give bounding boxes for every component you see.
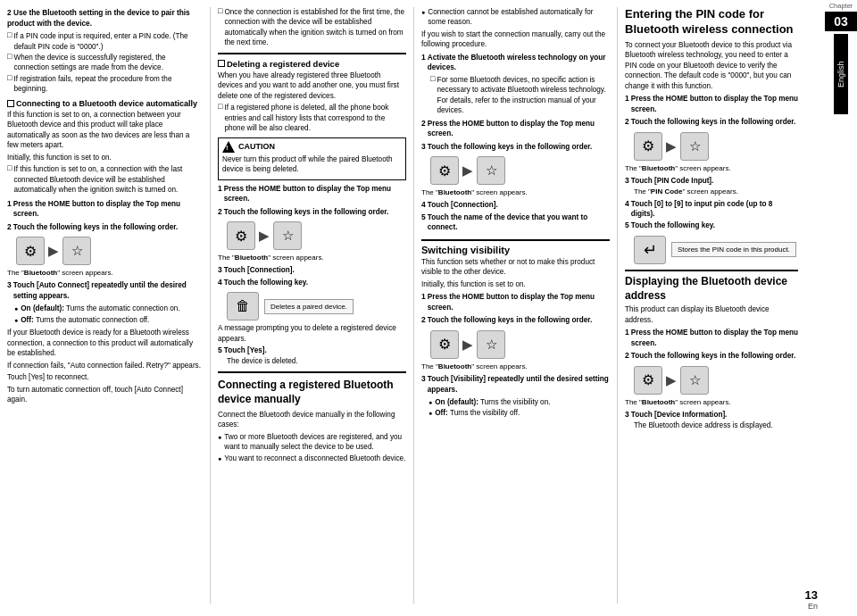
col2-trash-icon: 🗑 (227, 292, 259, 320)
col4-step2: 2 Touch the following keys in the follow… (625, 117, 798, 127)
col1-turn-off: To turn automatic connection off, touch … (7, 385, 203, 405)
col1-icon-row: ⚙ ▶ ☆ (16, 237, 203, 265)
col3-off-desc: Turns the visibility off. (450, 409, 520, 417)
col1-fail-msg: If connection fails, "Auto connection fa… (7, 361, 203, 370)
col1-step2-text: Touch the following keys in the followin… (13, 222, 179, 232)
col3-vis-step3-text: Touch [Visibility] repeatedly until the … (428, 374, 610, 395)
col1-touch-yes: Touch [Yes] to reconnect. (7, 372, 203, 382)
col4-step2-num: 2 (625, 117, 629, 126)
col4-addr-bluetooth-icon: ☆ (680, 366, 709, 395)
col1-step2-num: 2 (7, 222, 12, 231)
col1-arrow-icon: ▶ (48, 243, 59, 259)
col2-bluetooth-screen: The "Bluetooth" screen appears. (218, 253, 406, 262)
col3-bluetooth-icon: ☆ (477, 156, 505, 185)
col4-pin-code-screen: The "PIN Code" screen appears. (634, 187, 798, 196)
col2-step1-text: Press the HOME button to display the Top… (224, 184, 406, 204)
col1-bluetooth-screen: The "Bluetooth" screen appears. (7, 268, 203, 278)
col3-bluetooth-screen: The "Bluetooth" screen appears. (421, 187, 610, 197)
col4-addr-icon-row: ⚙ ▶ ☆ (634, 366, 798, 395)
col2-arrow-icon: ▶ (259, 228, 270, 244)
col4-addr-step3: 3 Touch [Device Information]. (625, 410, 798, 420)
col3-step1-num: 1 (421, 53, 426, 62)
col2-case1-text: Two or more Bluetooth devices are regist… (224, 432, 406, 453)
col2-step2-text: Touch the following keys in the followin… (224, 207, 389, 217)
col1-pin-note: If a PIN code input is required, enter a… (7, 31, 203, 52)
col4-addr-arrow-icon: ▶ (666, 372, 677, 388)
col4-divider (625, 270, 798, 271)
col3-note1: For some Bluetooth devices, no specific … (430, 75, 610, 116)
col1-step3-text: Touch [Auto Connect] repeatedly until th… (13, 280, 203, 301)
col2-connection-note: Once the connection is established for t… (218, 7, 406, 48)
col1-off-text: Off: Turns the automatic connection off. (21, 315, 149, 325)
col4-step1-text: Press the HOME button to display the Top… (631, 94, 798, 114)
col2-device-deleted: The device is deleted. (227, 356, 406, 366)
col3-step2: 2 Press the HOME button to display the T… (421, 119, 610, 139)
col2-icon-row: ⚙ ▶ ☆ (227, 221, 406, 250)
col3-on-label: On (default): (435, 398, 478, 406)
col3-manual-intro: If you wish to start the connection manu… (421, 29, 610, 50)
col4-pin-bluetooth-icon: ☆ (680, 132, 709, 161)
col2-step4-text: Touch the following key. (224, 278, 308, 287)
col2-msg-text: A message prompting you to delete a regi… (218, 323, 406, 344)
col4-addr-step3-text: Touch [Device Information]. (631, 410, 728, 420)
col1-step2: 2 Touch the following keys in the follow… (7, 222, 203, 232)
col3-visibility-desc: This function sets whether or not to mak… (421, 257, 610, 278)
col3-icon-row: ⚙ ▶ ☆ (430, 156, 610, 185)
col4-step5-text: Touch the following key. (631, 221, 715, 230)
col3-on-desc: Turns the visibility on. (480, 398, 550, 406)
col1-on-text: On (default): Turns the automatic connec… (21, 304, 179, 313)
col2-step5-text: Touch [Yes]. (224, 345, 267, 355)
col4-step3-text: Touch [PIN Code Input]. (631, 176, 714, 186)
col1-on-off: ● On (default): Turns the automatic conn… (14, 304, 203, 325)
col3-gear-icon: ⚙ (430, 156, 459, 185)
col1-connecting-title: Connecting to a Bluetooth device automat… (16, 99, 197, 108)
column-3: ● Connection cannot be established autom… (414, 7, 618, 604)
col2-caution-title: CAUTION (238, 142, 275, 151)
col2-delete-note: If a registered phone is deleted, all th… (218, 103, 406, 133)
col4-addr-step2: 2 Touch the following keys in the follow… (625, 351, 798, 361)
col3-step1-text: Activate the Bluetooth wireless technolo… (428, 53, 610, 73)
col4-step1-num: 1 (625, 94, 629, 103)
col1-ready-note: If your Bluetooth device is ready for a … (7, 328, 203, 358)
col3-vis-on-off: ● On (default): Turns the visibility on.… (428, 397, 610, 419)
col3-vis-step2-text: Touch the following keys in the followin… (428, 315, 593, 325)
col4-address-title: Displaying the Bluetooth device address (625, 275, 798, 303)
col4-step3-num: 3 (625, 176, 629, 185)
col1-register-note: When the device is successfully register… (7, 53, 203, 73)
col1-heading: 2 Use the Bluetooth setting in the devic… (7, 7, 203, 29)
col2-step5-num: 5 (218, 345, 222, 354)
col1-off-bullet: ● (14, 317, 18, 323)
col3-cannot-text: Connection cannot be established automat… (428, 7, 610, 28)
col4-step4: 4 Touch [0] to [9] to input pin code (up… (625, 199, 798, 220)
col3-step2-num: 2 (421, 119, 426, 128)
col4-addr-step1-num: 1 (625, 328, 629, 337)
col3-divider (421, 239, 610, 241)
col2-step1: 1 Press the HOME button to display the T… (218, 184, 406, 204)
col4-enter-icon: ↵ (634, 236, 666, 264)
col4-addr-step3-num: 3 (625, 410, 629, 419)
chapter-indicator: Chapter 03 English (825, 0, 857, 114)
col4-step1: 1 Press the HOME button to display the T… (625, 94, 798, 114)
col3-step5-num: 5 (421, 212, 426, 221)
col2-step1-num: 1 (218, 184, 222, 193)
column-4: Entering the PIN code for Bluetooth wire… (618, 7, 805, 604)
page-number: 13 (805, 588, 818, 602)
col4-address-desc: This product can display its Bluetooth d… (625, 304, 798, 325)
col4-pin-title: Entering the PIN code for Bluetooth wire… (625, 7, 798, 37)
col3-vis-step2-num: 2 (421, 315, 426, 324)
chapter-number: 03 (825, 12, 857, 31)
col1-connecting-section: Connecting to a Bluetooth device automat… (7, 99, 203, 196)
col3-vis-bluetooth-screen: The "Bluetooth" screen appears. (421, 362, 610, 371)
col3-step4: 4 Touch [Connection]. (421, 200, 610, 210)
col3-vis-icon-row: ⚙ ▶ ☆ (430, 330, 610, 359)
col3-step5: 5 Touch the name of the device that you … (421, 212, 610, 233)
col1-connecting-desc2: Initially, this function is set to on. (7, 153, 203, 162)
col2-divider1 (218, 53, 406, 54)
col2-step4: 4 Touch the following key. (218, 278, 406, 287)
col4-addr-gear-icon: ⚙ (634, 366, 662, 395)
col2-step3-text: Touch [Connection]. (224, 265, 295, 275)
col3-step3: 3 Touch the following keys in the follow… (421, 142, 610, 152)
col1-bluetooth-icon: ☆ (62, 237, 91, 265)
col4-addr-step1-text: Press the HOME button to display the Top… (631, 328, 798, 348)
col3-visibility-note: Initially, this function is set to on. (421, 279, 610, 289)
